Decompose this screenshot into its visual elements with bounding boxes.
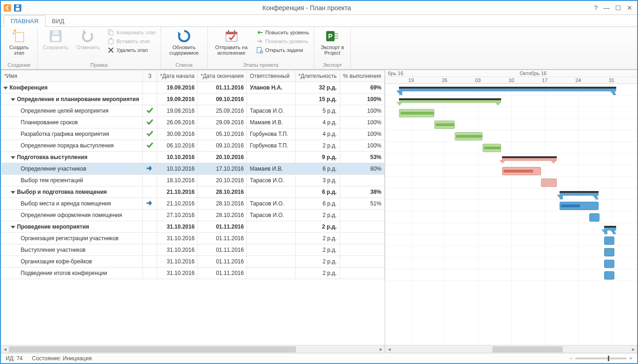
table-row[interactable]: Проведение мероприятия31.10.201601.11.20… xyxy=(1,221,385,233)
qa-back-icon[interactable] xyxy=(3,3,12,13)
zoom-in-icon[interactable]: + xyxy=(629,355,632,362)
send-execution-button[interactable]: Отправить на исполнение xyxy=(213,29,251,56)
col-end[interactable]: Дата окончания xyxy=(203,73,244,79)
table-row[interactable]: Определение целей мероприятия19.09.20162… xyxy=(1,105,385,117)
export-project-button[interactable]: P Экспорт в Project xyxy=(319,29,346,56)
maximize-icon[interactable]: ☐ xyxy=(615,4,621,12)
close-icon[interactable]: ✕ xyxy=(627,4,632,12)
open-tasks-button[interactable]: Открыть задачи xyxy=(256,46,309,54)
table-row[interactable]: Планирование сроков26.09.201629.09.2016М… xyxy=(1,117,385,128)
table-row[interactable]: Конференция19.09.201601.11.2016Уланов Н.… xyxy=(1,82,385,94)
task-name: Разработка графика мероприятия xyxy=(21,131,109,137)
task-grid[interactable]: *Имя З *Дата начала *Дата окончания Отве… xyxy=(1,70,385,279)
expander-icon[interactable] xyxy=(11,98,15,101)
gantt-timescale: брь 16 Октябрь 16 19260310172431 xyxy=(385,70,637,84)
task-name: Проведение мероприятия xyxy=(17,224,90,230)
col-start[interactable]: Дата начала xyxy=(162,73,195,79)
table-row[interactable]: Определение участников10.10.201617.10.20… xyxy=(1,163,385,175)
table-row[interactable]: Выбор и подготовка помещения21.10.201628… xyxy=(1,186,385,198)
gantt-task-bar[interactable] xyxy=(604,248,614,256)
gantt-summary-bar[interactable] xyxy=(399,98,501,103)
gantt-task-bar[interactable] xyxy=(455,132,483,140)
gantt-hscroll[interactable]: ◂ ▸ xyxy=(385,345,637,353)
expander-icon[interactable] xyxy=(11,226,15,229)
table-row[interactable]: Разработка графика мероприятия30.09.2016… xyxy=(1,128,385,140)
ribbon-group-export: P Экспорт в Project Экспорт xyxy=(314,27,351,69)
scroll-left-icon[interactable]: ◂ xyxy=(1,345,9,353)
create-stage-button[interactable]: Создать этап xyxy=(6,29,32,56)
gantt-summary-bar[interactable] xyxy=(399,87,616,91)
expander-icon[interactable] xyxy=(11,156,15,159)
arrow-right-icon xyxy=(146,200,154,206)
check-icon xyxy=(146,142,154,148)
delete-stage-button[interactable]: Удалить этап xyxy=(107,46,156,54)
ribbon-group-label: Правка xyxy=(42,62,156,69)
col-owner[interactable]: Ответственный xyxy=(247,70,295,82)
tick-label: 10 xyxy=(509,77,514,83)
gantt-task-bar[interactable] xyxy=(483,144,501,152)
arrow-left-icon xyxy=(256,29,264,36)
table-row[interactable]: Организация кофе-брейков31.10.201601.11.… xyxy=(1,256,385,268)
grid-hscroll[interactable]: ◂ ▸ xyxy=(1,345,385,353)
gantt-task-bar[interactable] xyxy=(541,179,557,187)
task-name: Организация регистрации участников xyxy=(21,235,119,242)
table-row[interactable]: Определение оформления помещения27.10.20… xyxy=(1,210,385,221)
paste-stage-button[interactable]: Вставить этап xyxy=(107,38,156,45)
table-row[interactable]: Организация регистрации участников31.10.… xyxy=(1,233,385,244)
gantt-task-bar[interactable] xyxy=(604,271,614,280)
col-name[interactable]: Имя xyxy=(6,73,17,79)
tab-view[interactable]: ВИД xyxy=(45,16,71,26)
col-duration[interactable]: Длительность xyxy=(301,73,337,79)
grid-header-row: *Имя З *Дата начала *Дата окончания Отве… xyxy=(1,70,385,82)
svg-rect-3 xyxy=(16,5,19,7)
zoom-slider[interactable]: − + xyxy=(569,355,632,362)
table-row[interactable]: Определение и планирование мероприятия19… xyxy=(1,94,385,105)
tick-label: 17 xyxy=(542,77,548,83)
scroll-left-icon[interactable]: ◂ xyxy=(385,345,393,353)
workspace: *Имя З *Дата начала *Дата окончания Отве… xyxy=(1,70,637,353)
gantt-task-bar[interactable] xyxy=(399,109,434,117)
sparkle-doc-icon xyxy=(12,29,26,44)
task-name: Выбор тем презентаций xyxy=(21,177,83,184)
expander-icon[interactable] xyxy=(11,191,15,194)
cancel-button[interactable]: Отменить xyxy=(75,29,102,50)
gantt-task-bar[interactable] xyxy=(502,167,541,175)
save-button[interactable]: Сохранить xyxy=(42,29,69,50)
svg-rect-4 xyxy=(15,32,24,42)
gantt-task-bar[interactable] xyxy=(434,121,455,129)
table-row[interactable]: Выбор места и аренда помещения21.10.2016… xyxy=(1,198,385,210)
gantt-task-bar[interactable] xyxy=(604,236,614,245)
refresh-icon xyxy=(177,29,192,44)
minimize-icon[interactable]: — xyxy=(603,4,610,12)
refresh-button[interactable]: Обновить содержимое xyxy=(166,29,203,56)
tick-label: 03 xyxy=(475,77,481,83)
tab-main[interactable]: ГЛАВНАЯ xyxy=(4,15,45,27)
svg-rect-10 xyxy=(109,39,113,44)
level-down-button[interactable]: Понизить уровень xyxy=(256,38,309,45)
qa-save-icon[interactable] xyxy=(13,3,22,13)
undo-icon xyxy=(81,29,96,44)
gantt-summary-bar[interactable] xyxy=(502,156,557,161)
help-icon[interactable]: ? xyxy=(594,4,598,12)
svg-rect-22 xyxy=(335,38,338,39)
table-row[interactable]: Подготовка выступления10.10.201620.10.20… xyxy=(1,152,385,163)
status-id: ИД: 74 xyxy=(6,355,23,362)
col-status[interactable]: З xyxy=(142,70,157,82)
expander-icon[interactable] xyxy=(3,87,8,89)
scroll-right-icon[interactable]: ▸ xyxy=(377,345,385,353)
table-row[interactable]: Выступление участников31.10.201601.11.20… xyxy=(1,244,385,256)
gantt-body[interactable] xyxy=(385,84,637,345)
gantt-task-bar[interactable] xyxy=(589,213,599,222)
level-up-button[interactable]: Повысить уровень xyxy=(256,29,309,36)
col-percent[interactable]: % выполнения xyxy=(340,70,384,82)
copy-stage-button[interactable]: Копировать этап xyxy=(107,29,156,36)
gantt-task-bar[interactable] xyxy=(560,202,599,210)
task-grid-pane: *Имя З *Дата начала *Дата окончания Отве… xyxy=(1,70,385,353)
gantt-task-bar[interactable] xyxy=(604,260,614,268)
zoom-out-icon[interactable]: − xyxy=(569,355,573,362)
task-name: Определение целей мероприятия xyxy=(21,108,109,114)
table-row[interactable]: Подведение итогов конференции31.10.20160… xyxy=(1,268,385,279)
scroll-right-icon[interactable]: ▸ xyxy=(629,345,637,353)
table-row[interactable]: Выбор тем презентаций18.10.201620.10.201… xyxy=(1,175,385,186)
table-row[interactable]: Определение порядка выступления06.10.201… xyxy=(1,140,385,152)
